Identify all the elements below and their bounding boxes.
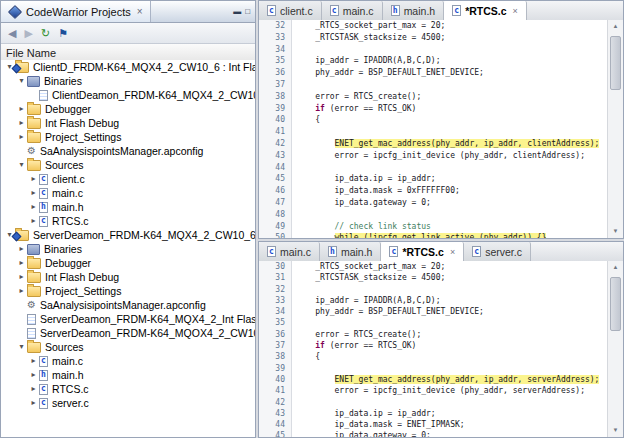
tree-item-label: Int Flash Debug [45, 117, 119, 129]
folder-icon [27, 104, 41, 115]
expand-arrow-icon[interactable]: ▸ [28, 189, 39, 197]
maximize-icon[interactable]: □ [245, 8, 250, 16]
expand-arrow-icon[interactable]: ▸ [16, 273, 27, 281]
code-line: ip_data.gateway = 0; [296, 430, 608, 437]
editor-tab-main.h[interactable]: hmain.h [383, 1, 445, 20]
tree-item[interactable]: ▸Project_Settings [1, 284, 255, 298]
tree-item[interactable]: ▾ServerDeamon_FRDM-K64_MQX4_2_CW10_6 : I… [1, 228, 255, 242]
code-editor-top[interactable]: 32333435363738394041424344454647484950 _… [259, 20, 623, 238]
tree-item-label: ServerDeamon_FRDM-K64_MQOX4_2_CW10_6_Int… [40, 327, 255, 339]
scroll-up-icon[interactable]: ▲ [608, 20, 623, 33]
tree-item[interactable]: ▸Debugger [1, 256, 255, 270]
vertical-scrollbar[interactable]: ▲ ▼ [607, 261, 623, 437]
code-line: error = RTCS_create(); [296, 91, 608, 103]
c-file-icon: c [39, 384, 48, 395]
binaries-icon [27, 244, 40, 255]
line-number: 39 [259, 103, 291, 115]
expand-arrow-icon[interactable]: ▸ [16, 245, 27, 253]
expand-arrow-icon[interactable]: ▸ [28, 175, 39, 183]
line-number-ruler[interactable]: 30313233343536373839404142434445 [259, 261, 292, 437]
project-tree: ▾ClientD_FRDM-K64_MQX4_2_CW10_6 : Int Fl… [1, 60, 255, 437]
expand-arrow-icon[interactable]: ▸ [28, 217, 39, 225]
view-toolbar: ◀▶↻⚑ [1, 23, 255, 44]
tree-item[interactable]: ▸cRTCS.c [1, 214, 255, 228]
tree-item[interactable]: ServerDeamon_FRDM-K64_MQX4_2_Int Flash D… [1, 312, 255, 326]
tree-item[interactable]: ServerDeamon_FRDM-K64_MQOX4_2_CW10_6_Int… [1, 326, 255, 340]
expand-arrow-icon[interactable]: ▸ [16, 105, 27, 113]
c-file-icon: c [472, 246, 481, 257]
editor-tab-main.c[interactable]: cmain.c [322, 1, 383, 20]
tree-item[interactable]: ▸hmain.h [1, 368, 255, 382]
code-line: if (error == RTCS_OK) [296, 103, 608, 115]
code-editor-bottom[interactable]: 30313233343536373839404142434445 _RTCS_s… [259, 261, 623, 437]
line-number: 44 [259, 419, 291, 430]
scrollbar-thumb[interactable] [610, 277, 621, 331]
expand-arrow-icon[interactable]: ▾ [16, 77, 27, 85]
expand-arrow-icon[interactable]: ▾ [16, 343, 27, 351]
expand-arrow-icon[interactable]: ▸ [28, 357, 39, 365]
editor-tab-rtcs.c[interactable]: c*RTCS.c× [444, 1, 527, 20]
tree-item[interactable]: ▸Int Flash Debug [1, 116, 255, 130]
config-file-icon: ⚙ [27, 300, 36, 310]
forward-icon[interactable]: ▶ [24, 28, 32, 39]
editor-tab-rtcs.c[interactable]: c*RTCS.c× [381, 242, 464, 261]
expand-arrow-icon[interactable]: ▾ [16, 161, 27, 169]
tree-item[interactable]: ▸cmain.c [1, 186, 255, 200]
close-icon[interactable]: × [513, 6, 518, 16]
line-number: 48 [259, 209, 291, 221]
tree-item[interactable]: ⚙SaAnalysisipointsManager.apconfig [1, 298, 255, 312]
scrollbar-thumb[interactable] [610, 36, 621, 90]
editor-tab-main.c[interactable]: cmain.c [259, 242, 320, 261]
tree-item[interactable]: ▾Sources [1, 340, 255, 354]
tab-label: *RTCS.c [465, 5, 506, 17]
tree-item[interactable]: ClientDeamon_FRDM-K64_MQX4_2_CW10_6_Int … [1, 88, 255, 102]
line-number: 34 [259, 306, 291, 317]
tree-item[interactable]: ▸cclient.c [1, 172, 255, 186]
line-number-ruler[interactable]: 32333435363738394041424344454647484950 [259, 20, 292, 238]
expand-arrow-icon[interactable]: ▸ [28, 399, 39, 407]
tree-item[interactable]: ▾Binaries [1, 74, 255, 88]
minimize-icon[interactable]: ▬ [233, 8, 241, 16]
expand-arrow-icon[interactable]: ▸ [28, 385, 39, 393]
expand-arrow-icon[interactable]: ▸ [16, 133, 27, 141]
editor-tab-server.c[interactable]: cserver.c [464, 242, 531, 261]
tree-item[interactable]: ▸Project_Settings [1, 130, 255, 144]
line-number: 46 [259, 185, 291, 197]
tree-item[interactable]: ▸cmain.c [1, 354, 255, 368]
code-line: // check link status [296, 221, 608, 233]
folder-icon [27, 342, 41, 353]
scroll-down-icon[interactable]: ▼ [608, 225, 623, 238]
line-number: 38 [259, 351, 291, 362]
scroll-up-icon[interactable]: ▲ [608, 261, 623, 274]
tree-item[interactable]: ▸hmain.h [1, 200, 255, 214]
tree-item[interactable]: ▸cRTCS.c [1, 382, 255, 396]
tree-item[interactable]: ▸Debugger [1, 102, 255, 116]
close-icon[interactable]: × [137, 6, 143, 17]
view-tab-codewarrior-projects[interactable]: CodeWarrior Projects × [1, 1, 151, 22]
vertical-scrollbar[interactable]: ▲ ▼ [607, 20, 623, 238]
debug-flag-icon[interactable]: ⚑ [58, 28, 68, 39]
expand-arrow-icon[interactable]: ▸ [16, 287, 27, 295]
tree-item[interactable]: ⚙SaAnalysispointsManager.apconfig [1, 144, 255, 158]
scroll-down-icon[interactable]: ▼ [608, 424, 623, 437]
expand-arrow-icon[interactable]: ▸ [28, 371, 39, 379]
line-number: 43 [259, 150, 291, 162]
line-number: 34 [259, 44, 291, 56]
expand-arrow-icon[interactable]: ▸ [16, 119, 27, 127]
tree-item[interactable]: ▾ClientD_FRDM-K64_MQX4_2_CW10_6 : Int Fl… [1, 60, 255, 74]
c-file-icon: c [39, 356, 48, 367]
code-line [296, 363, 608, 374]
config-file-icon: ⚙ [27, 146, 36, 156]
tree-item[interactable]: ▸Int Flash Debug [1, 270, 255, 284]
tree-item[interactable]: ▸cserver.c [1, 396, 255, 410]
tree-item[interactable]: ▾Sources [1, 158, 255, 172]
refresh-icon[interactable]: ↻ [41, 28, 50, 39]
tree-item[interactable]: ▸Binaries [1, 242, 255, 256]
editor-tab-main.h[interactable]: hmain.h [320, 242, 382, 261]
close-icon[interactable]: × [450, 247, 455, 257]
editor-tab-client.c[interactable]: cclient.c [259, 1, 322, 20]
expand-arrow-icon[interactable]: ▸ [16, 259, 27, 267]
back-icon[interactable]: ◀ [8, 28, 16, 39]
expand-arrow-icon[interactable]: ▸ [28, 203, 39, 211]
code-line: ENET_get_mac_address(phy_addr, ip_addr, … [296, 138, 608, 150]
